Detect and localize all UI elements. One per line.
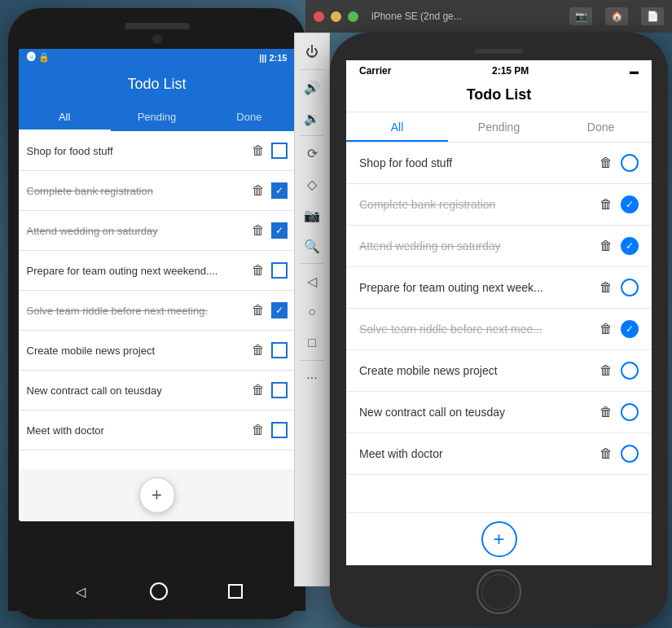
- android-fab-area: +: [19, 469, 296, 521]
- ios-delete-icon[interactable]: 🗑: [600, 239, 613, 253]
- ios-delete-icon[interactable]: 🗑: [600, 322, 613, 336]
- ios-tab-all[interactable]: All: [346, 112, 448, 142]
- android-delete-icon[interactable]: 🗑: [252, 263, 265, 278]
- ios-tab-done[interactable]: Done: [550, 112, 652, 142]
- android-list-item: Attend wedding on saturday🗑: [19, 211, 296, 251]
- android-tab-done[interactable]: Done: [203, 103, 295, 131]
- android-camera: [152, 34, 162, 44]
- ios-list-item: Create mobile news project🗑: [346, 350, 652, 392]
- home-circle-btn[interactable]: ○: [297, 297, 327, 327]
- volume-down-btn[interactable]: 🔉: [297, 103, 327, 133]
- android-status-right: ||| 2:15: [259, 53, 287, 63]
- android-checkbox[interactable]: [271, 182, 288, 199]
- ios-fab-button[interactable]: +: [481, 521, 517, 557]
- android-status-icons: 🅐 🔒: [27, 52, 50, 63]
- recent-square-btn[interactable]: □: [297, 328, 327, 358]
- android-delete-icon[interactable]: 🗑: [252, 183, 265, 198]
- ios-home-bar: [477, 569, 521, 614]
- ios-checkbox[interactable]: [621, 279, 639, 296]
- android-delete-icon[interactable]: 🗑: [252, 383, 265, 397]
- ios-time: 2:15 PM: [492, 65, 529, 77]
- ios-item-text: Shop for food stuff: [359, 156, 591, 169]
- divider-2: [300, 135, 324, 136]
- android-checkbox[interactable]: [271, 382, 288, 398]
- signal-icon: |||: [259, 53, 266, 63]
- android-list-item: Prepare for team outing next weekend....…: [19, 251, 296, 291]
- emulator-side-toolbar: ⏻ 🔊 🔉 ⟳ ◇ 📷 🔍 ◁ ○ □ ···: [294, 33, 330, 586]
- android-delete-icon[interactable]: 🗑: [252, 343, 265, 358]
- ios-checkbox[interactable]: [621, 403, 639, 421]
- ios-item-text: Complete bank registration: [359, 198, 591, 211]
- ios-item-text: Create mobile news project: [359, 364, 591, 377]
- ios-carrier: Carrier: [359, 65, 391, 77]
- rotate-btn[interactable]: ⟳: [297, 138, 327, 168]
- ios-list: Shop for food stuff🗑Complete bank regist…: [346, 143, 652, 512]
- ios-item-text: New contract call on teusday: [359, 406, 591, 419]
- android-screen: 🅐 🔒 ||| 2:15 Todo List All Pending Done: [19, 49, 296, 521]
- file-icon-btn[interactable]: 📄: [641, 7, 664, 25]
- android-recent-button[interactable]: [228, 584, 243, 599]
- minimize-dot[interactable]: [331, 11, 341, 22]
- android-checkbox[interactable]: [271, 143, 288, 159]
- android-item-text: Attend wedding on saturday: [27, 225, 245, 237]
- android-tabs: All Pending Done: [19, 103, 296, 131]
- android-delete-icon[interactable]: 🗑: [252, 423, 265, 437]
- ios-list-item: Solve team riddle before next mee...🗑: [346, 309, 652, 350]
- android-item-text: Prepare for team outing next weekend....: [27, 265, 245, 277]
- android-title: Todo List: [19, 66, 296, 103]
- android-list-item: Complete bank registration🗑: [19, 171, 296, 211]
- android-tab-pending[interactable]: Pending: [111, 103, 203, 131]
- back-btn[interactable]: ◁: [297, 266, 327, 296]
- android-home-button[interactable]: [150, 582, 168, 600]
- ios-list-item: New contract call on teusday🗑: [346, 392, 652, 433]
- android-tab-all[interactable]: All: [19, 103, 111, 131]
- ios-checkbox[interactable]: [621, 362, 639, 380]
- android-checkbox[interactable]: [271, 222, 288, 239]
- emulator-title: iPhone SE (2nd ge...: [371, 11, 462, 22]
- emulator-toolbar-icons: 📷 🏠 📄: [569, 7, 664, 25]
- ios-delete-icon[interactable]: 🗑: [600, 197, 613, 212]
- ios-checkbox[interactable]: [621, 320, 639, 338]
- ios-item-text: Meet with doctor: [359, 447, 591, 460]
- home-icon-btn[interactable]: 🏠: [605, 7, 628, 25]
- android-list: Shop for food stuff🗑Complete bank regist…: [19, 131, 296, 469]
- ios-home-button[interactable]: [477, 569, 521, 614]
- camera-icon-btn[interactable]: 📷: [569, 7, 592, 25]
- android-phone: 🅐 🔒 ||| 2:15 Todo List All Pending Done: [8, 8, 305, 619]
- ios-checkbox[interactable]: [621, 445, 639, 463]
- android-delete-icon[interactable]: 🗑: [252, 143, 265, 158]
- ios-delete-icon[interactable]: 🗑: [600, 363, 613, 378]
- ios-checkbox[interactable]: [621, 237, 639, 255]
- power-btn[interactable]: ⏻: [297, 37, 327, 67]
- more-btn[interactable]: ···: [297, 363, 327, 393]
- ios-delete-icon[interactable]: 🗑: [600, 156, 613, 170]
- android-back-button[interactable]: ◁: [71, 582, 90, 601]
- screenshot-btn[interactable]: 📷: [297, 200, 327, 230]
- ios-delete-icon[interactable]: 🗑: [600, 405, 613, 419]
- android-item-text: Meet with doctor: [27, 424, 245, 437]
- android-item-text: Shop for food stuff: [27, 145, 245, 157]
- android-checkbox[interactable]: [271, 422, 288, 438]
- android-checkbox[interactable]: [271, 342, 288, 358]
- maximize-dot[interactable]: [348, 11, 358, 22]
- android-item-text: Create mobile news project: [27, 345, 245, 357]
- volume-up-btn[interactable]: 🔊: [297, 72, 327, 102]
- android-delete-icon[interactable]: 🗑: [252, 303, 265, 318]
- ios-delete-icon[interactable]: 🗑: [600, 446, 613, 461]
- close-dot[interactable]: [314, 11, 324, 22]
- android-fab-button[interactable]: +: [139, 477, 175, 513]
- android-speaker: [125, 23, 190, 29]
- ios-delete-icon[interactable]: 🗑: [600, 280, 613, 295]
- android-checkbox[interactable]: [271, 302, 288, 318]
- android-delete-icon[interactable]: 🗑: [252, 223, 265, 238]
- ios-list-item: Complete bank registration🗑: [346, 184, 652, 226]
- ios-checkbox[interactable]: [621, 154, 639, 172]
- android-list-item: Meet with doctor🗑: [19, 411, 296, 450]
- android-nav: ◁: [8, 572, 305, 611]
- zoom-btn[interactable]: 🔍: [297, 231, 327, 261]
- eraser-btn[interactable]: ◇: [297, 169, 327, 199]
- ios-checkbox[interactable]: [621, 195, 639, 213]
- ios-item-text: Solve team riddle before next mee...: [359, 323, 591, 336]
- ios-tab-pending[interactable]: Pending: [448, 112, 550, 142]
- android-checkbox[interactable]: [271, 262, 288, 279]
